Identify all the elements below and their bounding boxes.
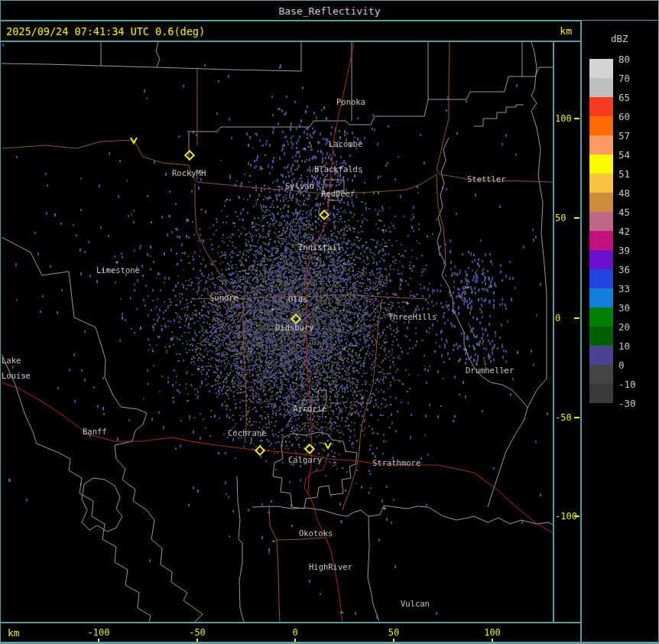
x-tick-label: 0 [292,627,297,638]
city-label-rockymh: RockyMH [172,169,206,177]
city-label-cochrane: Cochrane [228,429,267,437]
city-label-limestone: Limestone [96,266,140,275]
city-label-highriver: HighRiver [309,563,352,571]
colorbar-value-label: 80 [618,54,630,65]
y-tick-mark [574,118,579,119]
colorbar-value-label: 65 [618,92,630,103]
city-label-blackfalds: Blackfalds [314,165,362,174]
city-label-stettler: Stettler [467,175,506,184]
colorbar-block-39 [589,250,613,269]
colorbar-panel: dBZ 807065605754514845423936333020100-10… [582,21,659,644]
x-tick-label: -100 [88,627,110,638]
city-label-sylvan: Sylvan [285,182,314,190]
colorbar-value-label: 42 [618,226,630,237]
city-label-layer: PonokaLacombeBlackfaldsSylvanRedDeerStet… [2,42,553,623]
city-label-innisfail: Innisfail [298,243,342,252]
divider [0,642,659,643]
colorbar-value-label: -30 [618,398,636,409]
colorbar-block-57 [589,135,613,154]
colorbar-value-label: 0 [618,359,625,371]
colorbar-block-70 [589,78,613,97]
y-tick-label: -50 [555,412,572,423]
city-label-ponoka: Ponoka [336,98,365,106]
y-axis: 100500-50-100 [554,42,580,622]
city-label-lake: Lake [2,356,21,365]
y-tick-mark [574,317,579,319]
colorbar-value-label: 39 [618,245,630,256]
title-bar: Base_Reflectivity [0,0,659,21]
city-label-drumheller: Drumheller [466,366,514,375]
city-label-didsbury: Didsbury [275,324,314,332]
colorbar-block-0 [589,365,613,384]
colorbar-value-label: 45 [618,207,630,218]
city-label-strathmore: Strathmore [372,459,420,467]
colorbar-block-80 [589,59,613,78]
colorbar-value-label: 30 [618,302,630,314]
colorbar-block-10 [589,346,613,365]
x-axis: km -100-50050100 [0,623,581,642]
city-label-airdrie: Airdrie [293,405,326,413]
city-label-reddeer: RedDeer [321,190,355,198]
city-label-sundre: Sundre [209,294,239,302]
colorbar-value-label: 10 [618,340,630,352]
x-axis-unit: km [8,627,20,639]
colorbar-block--10 [589,384,613,403]
x-tick-label: 50 [388,627,399,638]
axis-unit-label: km [560,25,572,37]
city-label-vulcan: Vulcan [401,600,430,608]
colorbar-block-20 [589,327,613,346]
header-row: 2025/09/24 07:41:34 UTC 0.6(deg) km [0,21,581,41]
colorbar-block-54 [589,154,613,174]
y-tick-mark [574,417,579,418]
colorbar-block-45 [589,212,613,231]
colorbar-value-label: 36 [618,264,630,275]
x-tick-label: -50 [189,627,206,638]
city-label-okotoks: Okotoks [299,529,333,538]
x-tick-label: 100 [484,627,501,638]
city-label-calgary: Calgary [288,456,322,464]
city-label-banff: Banff [83,428,107,436]
colorbar-value-label: 70 [618,73,630,84]
colorbar-block-36 [589,269,613,288]
colorbar-block-51 [589,174,613,193]
colorbar-value-label: -10 [618,379,636,390]
colorbar-block-60 [589,116,613,135]
city-label-olds: Olds [288,295,307,304]
colorbar-block-48 [589,193,613,212]
colorbar-block-42 [589,231,613,250]
window-title: Base_Reflectivity [0,5,659,17]
scan-timestamp: 2025/09/24 07:41:34 UTC 0.6(deg) [6,25,205,37]
city-label-lacombe: Lacombe [329,140,362,148]
y-tick-label: 0 [555,313,560,324]
colorbar-block-33 [589,288,613,307]
y-tick-mark [574,217,579,219]
colorbar-value-label: 60 [618,111,630,122]
colorbar-block-65 [589,97,613,116]
y-tick-label: 50 [555,213,566,223]
colorbar-value-label: 48 [618,187,630,199]
radar-application-window: { "window": { "title": "Base_Reflectivit… [0,0,659,644]
colorbar-value-label: 20 [618,321,630,333]
city-label-louise: Louise [2,372,31,380]
colorbar-value-label: 54 [618,149,630,161]
y-tick-mark [574,516,579,517]
colorbar-value-label: 33 [618,283,630,294]
colorbar-value-label: 57 [618,130,630,141]
colorbar-block-30 [589,307,613,327]
y-tick-label: 100 [555,113,572,124]
colorbar-value-label: 51 [618,168,630,180]
city-label-threehills: ThreeHills [388,313,437,321]
radar-map-viewport[interactable]: ^^^^^^^**++++··· PonokaLacombeBlackfalds… [2,42,553,623]
colorbar-title: dBZ [611,33,628,44]
